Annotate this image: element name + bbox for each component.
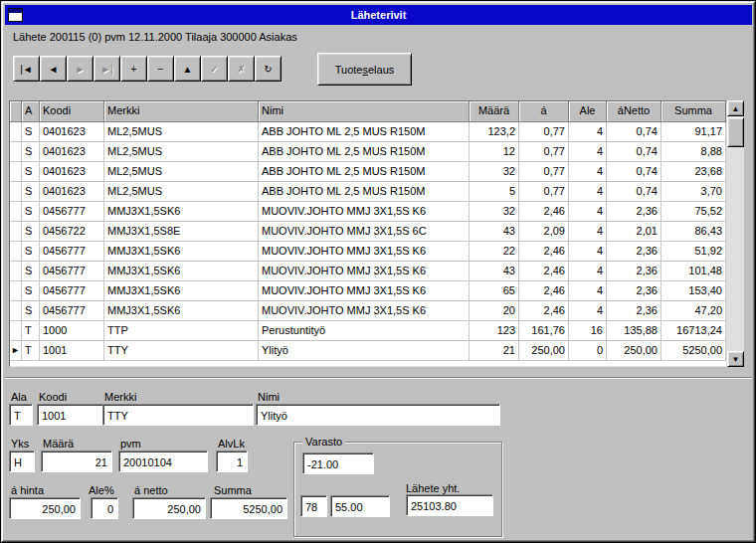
table-row[interactable]: ► T 1001 TTY Ylityö 21 250,00 0 250,00 5…	[10, 341, 726, 361]
row-indicator	[10, 262, 22, 281]
cell-maara: 123,2	[470, 122, 519, 142]
ale-pct-field[interactable]	[91, 497, 118, 519]
cell-nimi: ABB JOHTO ML 2,5 MUS R150M	[259, 162, 470, 182]
scrollbar-thumb[interactable]	[727, 117, 744, 147]
cell-a: S	[22, 142, 40, 162]
nav-cancel-button[interactable]: ✗	[228, 56, 255, 82]
rows-grid: A Koodi Merkki Nimi Määrä á Ale áNetto S…	[9, 100, 727, 367]
cell-koodi: 0456777	[40, 301, 104, 321]
nimi-field[interactable]	[256, 404, 500, 426]
cell-summa: 8,88	[662, 142, 726, 162]
title-bar[interactable]: Läheterivit	[5, 5, 752, 25]
cell-a: T	[22, 341, 40, 361]
varasto-field[interactable]	[302, 452, 374, 474]
column-header-maara: Määrä	[470, 101, 519, 122]
tuoteselaus-button[interactable]: Tuoteselaus	[317, 53, 412, 86]
cell-ale: 4	[569, 301, 607, 321]
maara-field[interactable]	[41, 451, 112, 472]
lahete-yht-field[interactable]	[406, 494, 493, 516]
table-row[interactable]: S 0456777 MMJ3X1,5SK6 MUOVIV.JOHTO MMJ 3…	[10, 202, 726, 222]
scroll-up-icon[interactable]: ▲	[727, 100, 744, 116]
cell-a-hinta: 2,46	[519, 281, 569, 301]
nav-delete-button[interactable]: −	[147, 56, 174, 82]
cell-nimi: MUOVIV.JOHTO MMJ 3X1,5S K6	[259, 281, 470, 301]
table-row[interactable]: S 0456777 MMJ3X1,5SK6 MUOVIV.JOHTO MMJ 3…	[10, 281, 726, 301]
cell-a-netto: 250,00	[607, 341, 662, 361]
row-indicator	[10, 321, 22, 341]
table-row[interactable]: S 0401623 ML2,5MUS ABB JOHTO ML 2,5 MUS …	[10, 142, 726, 162]
row-indicator	[10, 281, 22, 301]
vertical-scrollbar[interactable]: ▲ ▼	[727, 100, 744, 367]
table-row[interactable]: S 0401623 ML2,5MUS ABB JOHTO ML 2,5 MUS …	[10, 122, 726, 142]
ala-label: Ala	[11, 391, 27, 403]
a-hinta-field[interactable]	[9, 497, 81, 519]
cell-merkki: TTP	[104, 321, 259, 341]
merkki-label: Merkki	[104, 391, 136, 403]
window-title: Läheterivit	[5, 9, 752, 21]
row-indicator: ►	[10, 341, 22, 361]
grid-header-row: A Koodi Merkki Nimi Määrä á Ale áNetto S…	[10, 101, 726, 122]
scroll-down-icon[interactable]: ▼	[727, 351, 744, 367]
cell-summa: 5250,00	[662, 341, 726, 361]
a-netto-label: á netto	[134, 484, 168, 496]
cell-koodi: 0456722	[40, 222, 104, 242]
cell-ale: 4	[569, 222, 607, 242]
summa-field[interactable]	[210, 497, 287, 519]
pvm-field[interactable]	[118, 451, 208, 472]
cell-merkki: ML2,5MUS	[104, 122, 259, 142]
nav-next-button[interactable]: ►	[67, 56, 94, 82]
cell-a-hinta: 2,09	[519, 222, 569, 242]
a-netto-field[interactable]	[132, 497, 206, 519]
cell-merkki: ML2,5MUS	[104, 182, 259, 202]
nav-insert-button[interactable]: +	[120, 56, 147, 82]
cell-a: S	[22, 301, 40, 321]
column-header-a-netto: áNetto	[607, 101, 662, 122]
cell-merkki: MMJ3X1,5SK6	[104, 281, 259, 301]
cell-summa: 16713,24	[662, 321, 726, 341]
ala-field[interactable]	[9, 404, 33, 426]
table-row[interactable]: S 0456722 MMJ3X1,5S8E MUOVIV.JOHTO MMJ 3…	[10, 222, 726, 242]
pvm-label: pvm	[120, 438, 141, 450]
merkki-field[interactable]	[102, 404, 254, 426]
cell-nimi: MUOVIV.JOHTO MMJ 3X1,5S 6C	[259, 222, 470, 242]
cell-a-netto: 2,36	[607, 202, 662, 222]
ale-pct-label: Ale%	[89, 484, 114, 496]
cell-ale: 16	[569, 321, 607, 341]
cell-maara: 65	[470, 281, 519, 301]
table-row[interactable]: S 0401623 ML2,5MUS ABB JOHTO ML 2,5 MUS …	[10, 162, 726, 182]
cell-koodi: 1000	[40, 321, 104, 341]
alvlk-field[interactable]	[216, 451, 248, 472]
unlabeled-field-2[interactable]	[330, 495, 390, 517]
table-row[interactable]: S 0456777 MMJ3X1,5SK6 MUOVIV.JOHTO MMJ 3…	[10, 242, 726, 262]
cell-a-netto: 0,74	[607, 162, 662, 182]
cell-merkki: MMJ3X1,5S8E	[104, 222, 259, 242]
cell-a-hinta: 2,46	[519, 301, 569, 321]
nav-refresh-button[interactable]: ↻	[255, 56, 282, 82]
row-indicator	[10, 142, 22, 162]
nav-edit-button[interactable]: ▲	[174, 56, 201, 82]
table-row[interactable]: S 0456777 MMJ3X1,5SK6 MUOVIV.JOHTO MMJ 3…	[10, 301, 726, 321]
nimi-label: Nimi	[258, 391, 280, 403]
unlabeled-field-1[interactable]	[300, 495, 327, 517]
cell-maara: 43	[470, 262, 519, 281]
nav-prior-button[interactable]: ◄	[40, 56, 67, 82]
cell-maara: 43	[470, 222, 519, 242]
column-header-koodi: Koodi	[40, 101, 104, 122]
grid-body: S 0401623 ML2,5MUS ABB JOHTO ML 2,5 MUS …	[10, 122, 726, 361]
cell-summa: 75,52	[662, 202, 726, 222]
cell-a: S	[22, 122, 40, 142]
table-row[interactable]: S 0456777 MMJ3X1,5SK6 MUOVIV.JOHTO MMJ 3…	[10, 262, 726, 281]
cell-nimi: MUOVIV.JOHTO MMJ 3X1,5S K6	[259, 242, 470, 262]
nav-first-button[interactable]: |◄	[13, 56, 40, 82]
table-row[interactable]: S 0401623 ML2,5MUS ABB JOHTO ML 2,5 MUS …	[10, 182, 726, 202]
nav-post-button[interactable]: ✓	[201, 56, 228, 82]
maara-label: Määrä	[43, 438, 74, 450]
nav-last-button[interactable]: ►|	[94, 56, 120, 82]
cell-maara: 22	[470, 242, 519, 262]
column-header-a: A	[22, 101, 40, 122]
table-row[interactable]: T 1000 TTP Perustuntityö 123 161,76 16 1…	[10, 321, 726, 341]
row-indicator	[10, 242, 22, 262]
yks-field[interactable]	[9, 451, 35, 472]
cell-a-netto: 2,36	[607, 301, 662, 321]
a-hinta-label: á hinta	[11, 484, 44, 496]
